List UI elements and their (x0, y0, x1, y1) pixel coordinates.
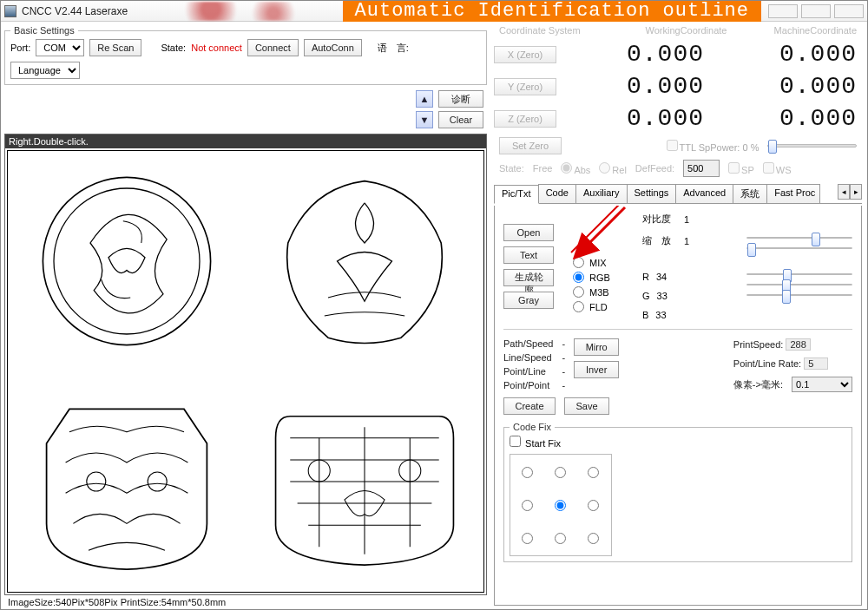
create-button[interactable]: Create (503, 397, 556, 415)
printspeed-value[interactable]: 288 (786, 338, 810, 351)
pxmm-select[interactable]: 0.1 (792, 377, 852, 392)
codefix-group: Code Fix Start Fix (503, 422, 852, 562)
clear-button[interactable]: Clear (438, 111, 483, 128)
tab-fastproc[interactable]: Fast Proc (766, 184, 820, 203)
save-button[interactable]: Save (564, 397, 609, 415)
ttl-checkbox[interactable] (667, 140, 678, 151)
x-machine-value: 0.000 (718, 41, 862, 68)
mode-rgb-radio[interactable] (573, 272, 584, 283)
decorative-smudge (180, 2, 336, 21)
ttl-slider[interactable] (767, 144, 857, 148)
tab-system[interactable]: 系统 (733, 184, 767, 203)
rel-radio[interactable] (599, 162, 610, 174)
design-3 (31, 386, 222, 577)
anchor-4[interactable] (555, 500, 566, 511)
design-1 (36, 170, 218, 352)
anchor-5[interactable] (588, 500, 599, 511)
port-select[interactable]: COM2 (36, 39, 84, 56)
state2-label: State: (499, 163, 524, 174)
coord-header-sys: Coordinate System (499, 25, 629, 36)
contrast-value: 1 (684, 214, 689, 225)
line-speed-label: Line/Speed (503, 352, 554, 363)
y-zero-button[interactable]: Y (Zero) (494, 78, 556, 95)
coord-header-machine: MachineCoordinate (743, 25, 857, 36)
invert-button[interactable]: Inver (574, 361, 619, 378)
rescan-button[interactable]: Re Scan (89, 39, 141, 56)
basic-settings-group: Basic Settings Port: COM2 Re Scan State:… (4, 25, 487, 85)
anchor-8[interactable] (588, 533, 599, 544)
svg-point-0 (43, 177, 210, 344)
tab-code[interactable]: Code (538, 184, 576, 203)
g-slider[interactable] (746, 284, 852, 285)
ws-checkbox[interactable] (763, 162, 774, 174)
g-label: G (642, 291, 650, 301)
b-value: 33 (655, 310, 666, 320)
tab-settings[interactable]: Settings (627, 184, 677, 203)
mode-mix-radio[interactable] (573, 257, 584, 268)
mirror-button[interactable]: Mirro (574, 338, 619, 356)
path-speed-label: Path/Speed (503, 338, 554, 349)
canvas-hint: Right.Double-click. (5, 134, 486, 148)
x-work-value: 0.000 (565, 41, 709, 68)
port-label: Port: (10, 43, 30, 53)
z-machine-value: 0.000 (718, 105, 862, 132)
minimize-button[interactable] (768, 4, 798, 18)
x-zero-button[interactable]: X (Zero) (494, 46, 556, 63)
preview-canvas[interactable] (7, 150, 484, 593)
deffeed-input[interactable] (683, 160, 720, 177)
sp-checkbox[interactable] (728, 162, 740, 174)
startfix-checkbox[interactable] (510, 436, 521, 447)
maximize-button[interactable] (801, 4, 831, 18)
diagnose-button[interactable]: 诊断 (438, 90, 483, 108)
tab-auxiliary[interactable]: Auxiliary (575, 184, 628, 203)
anchor-0[interactable] (522, 467, 533, 478)
scale-slider[interactable] (746, 247, 852, 249)
scroll-up-button[interactable]: ▲ (416, 90, 433, 108)
z-work-value: 0.000 (565, 105, 709, 132)
tab-scroll-right[interactable]: ▸ (850, 184, 862, 200)
point-point-label: Point/Point (503, 380, 554, 390)
deffeed-label: DefFeed: (635, 163, 674, 174)
state-value: Not connect (191, 43, 242, 53)
design-4 (265, 386, 464, 577)
contrast-slider[interactable] (746, 237, 852, 239)
tab-scroll-left[interactable]: ◂ (838, 184, 850, 200)
connect-button[interactable]: Connect (247, 39, 299, 56)
plrate-value[interactable]: 5 (804, 357, 828, 370)
abs-radio[interactable] (561, 162, 572, 174)
design-2 (273, 170, 456, 352)
anchor-6[interactable] (522, 533, 533, 544)
b-slider[interactable] (746, 294, 852, 296)
startfix-label: Start Fix (525, 438, 561, 449)
scale-value: 1 (684, 236, 689, 246)
gray-button[interactable]: Gray (503, 292, 554, 309)
svg-point-3 (148, 472, 167, 491)
r-slider[interactable] (746, 273, 852, 275)
language-label: 语 言: (378, 42, 409, 55)
autoconn-button[interactable]: AutoConn (304, 39, 362, 56)
y-work-value: 0.000 (565, 73, 709, 100)
mode-fld-radio[interactable] (573, 301, 584, 312)
tab-pictxt[interactable]: Pic/Txt (494, 185, 539, 204)
plrate-label: Point/Line Rate: (733, 358, 801, 369)
open-button[interactable]: Open (503, 224, 554, 241)
mode-m3b-radio[interactable] (573, 286, 584, 298)
anchor-1[interactable] (555, 467, 566, 478)
tab-advanced[interactable]: Advanced (675, 184, 733, 203)
anchor-3[interactable] (522, 500, 533, 511)
close-button[interactable] (834, 4, 864, 18)
printspeed-label: PrintSpeed: (733, 339, 783, 350)
z-zero-button[interactable]: Z (Zero) (494, 110, 556, 128)
ttl-value: 0 % (743, 142, 760, 153)
anchor-2[interactable] (588, 467, 599, 478)
anchor-7[interactable] (555, 533, 566, 544)
anchor-grid (510, 454, 612, 556)
scroll-down-button[interactable]: ▼ (416, 111, 433, 128)
outline-button[interactable]: 生成轮廓 (503, 269, 554, 286)
y-machine-value: 0.000 (718, 73, 862, 100)
language-select[interactable]: Language (10, 62, 80, 79)
image-status: ImageSize:540Pix*508Pix PrintSize:54mm*5… (4, 595, 487, 609)
text-button[interactable]: Text (503, 246, 554, 264)
coord-header-work: WorkingCoordinate (629, 25, 743, 36)
set-zero-button[interactable]: Set Zero (499, 137, 562, 154)
